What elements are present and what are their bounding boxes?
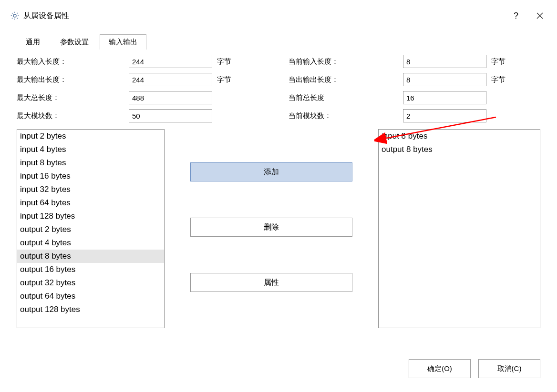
list-item[interactable]: input 16 bytes xyxy=(17,170,164,183)
add-button[interactable]: 添加 xyxy=(190,162,352,181)
svg-point-0 xyxy=(13,14,16,17)
unit-bytes: 字节 xyxy=(486,57,515,66)
list-item[interactable]: input 2 bytes xyxy=(17,130,164,143)
input-cur-output-len[interactable] xyxy=(403,73,486,86)
label-max-modules: 最大模块数： xyxy=(17,111,129,121)
list-item[interactable]: input 32 bytes xyxy=(17,183,164,196)
list-item[interactable]: output 4 bytes xyxy=(17,236,164,250)
list-item[interactable]: output 2 bytes xyxy=(17,223,164,236)
list-item[interactable]: output 8 bytes xyxy=(379,143,540,156)
svg-line-8 xyxy=(17,13,18,14)
close-button[interactable] xyxy=(528,6,552,25)
cancel-button[interactable]: 取消(C) xyxy=(478,359,540,378)
list-item[interactable]: output 16 bytes xyxy=(17,263,164,276)
list-item[interactable]: input 8 bytes xyxy=(379,130,540,143)
input-max-modules[interactable] xyxy=(129,109,212,122)
label-max-input-len: 最大输入长度： xyxy=(17,57,129,66)
svg-line-6 xyxy=(17,18,18,19)
input-cur-total-len[interactable] xyxy=(403,91,486,104)
label-cur-output-len: 当出输出长度： xyxy=(289,75,403,84)
input-max-input-len[interactable] xyxy=(129,55,212,68)
tab-general[interactable]: 通用 xyxy=(17,34,49,50)
delete-button[interactable]: 删除 xyxy=(190,218,352,237)
label-max-total-len: 最大总长度： xyxy=(17,93,129,102)
dialog-content: 通用 参数设置 输入输出 最大输入长度： 字节 当前输入长度： 字节 最大输出长… xyxy=(5,26,552,352)
available-modules-list[interactable]: input 2 bytesinput 4 bytesinput 8 bytesi… xyxy=(17,129,165,328)
dialog-window: 从属设备属性 ? 通用 参数设置 输入输出 最大输入长度： 字节 当前输入长度：… xyxy=(5,5,552,387)
tab-bar: 通用 参数设置 输入输出 xyxy=(17,33,540,49)
label-cur-total-len: 当前总长度 xyxy=(289,93,403,102)
input-cur-modules[interactable] xyxy=(403,109,486,122)
svg-line-7 xyxy=(12,18,13,19)
ok-button[interactable]: 确定(O) xyxy=(409,359,471,378)
list-item[interactable]: output 32 bytes xyxy=(17,276,164,290)
unit-bytes: 字节 xyxy=(212,75,241,84)
properties-button[interactable]: 属性 xyxy=(190,273,352,292)
tab-io[interactable]: 输入输出 xyxy=(100,34,146,50)
input-max-output-len[interactable] xyxy=(129,73,212,86)
form-grid: 最大输入长度： 字节 当前输入长度： 字节 最大输出长度： 字节 当出输出长度：… xyxy=(17,55,540,122)
svg-line-5 xyxy=(12,13,13,14)
input-cur-input-len[interactable] xyxy=(403,55,486,68)
unit-bytes: 字节 xyxy=(486,75,515,84)
close-icon xyxy=(536,12,544,20)
list-item[interactable]: input 64 bytes xyxy=(17,196,164,210)
help-button[interactable]: ? xyxy=(504,6,528,25)
unit-bytes: 字节 xyxy=(212,57,241,66)
window-title: 从属设备属性 xyxy=(23,11,504,21)
list-item[interactable]: input 8 bytes xyxy=(17,156,164,170)
list-item[interactable]: input 128 bytes xyxy=(17,210,164,223)
list-item[interactable]: output 128 bytes xyxy=(17,303,164,316)
lists-area: input 2 bytesinput 4 bytesinput 8 bytesi… xyxy=(17,129,540,328)
label-max-output-len: 最大输出长度： xyxy=(17,75,129,84)
tab-params[interactable]: 参数设置 xyxy=(51,34,98,50)
titlebar: 从属设备属性 ? xyxy=(5,5,552,26)
list-item[interactable]: output 8 bytes xyxy=(17,250,164,263)
list-item[interactable]: output 64 bytes xyxy=(17,290,164,303)
label-cur-modules: 当前模块数： xyxy=(289,111,403,121)
selected-modules-list[interactable]: input 8 bytesoutput 8 bytes xyxy=(378,129,540,328)
gear-icon xyxy=(10,11,20,20)
transfer-buttons: 添加 删除 属性 xyxy=(165,129,378,328)
input-max-total-len[interactable] xyxy=(129,91,212,104)
dialog-footer: 确定(O) 取消(C) xyxy=(5,352,552,387)
label-cur-input-len: 当前输入长度： xyxy=(289,57,403,66)
list-item[interactable]: input 4 bytes xyxy=(17,143,164,156)
